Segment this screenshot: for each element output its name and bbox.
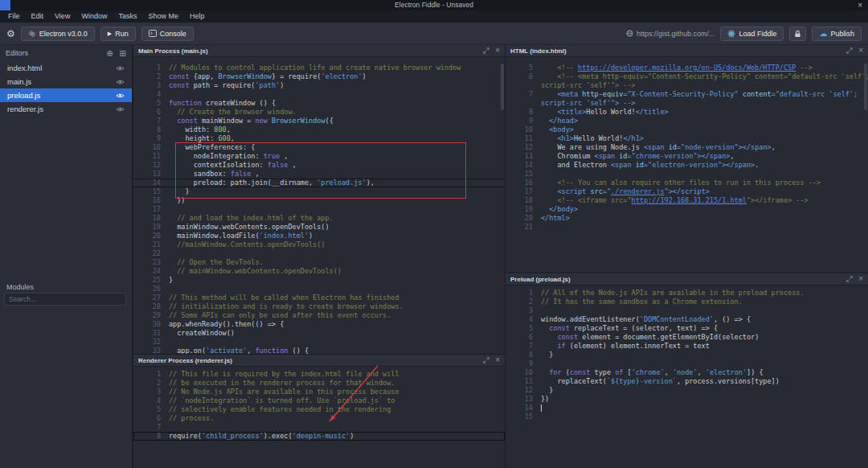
run-label: Run [115,30,129,38]
code-line: 8 <title>Hello World!</title> [506,108,868,117]
code-line: 29// Some APIs can only be used after th… [133,311,505,320]
menu-help[interactable]: Help [184,10,211,23]
code-line: 20</html> [506,214,868,223]
line-number: 12 [506,386,541,395]
code-area[interactable]: 1// This file is required by the index.h… [133,367,505,468]
close-panel-icon[interactable]: × [858,275,863,283]
line-number: 19 [133,223,169,232]
code-line: 15 [506,170,868,179]
settings-gear-icon[interactable]: ⚙ [6,29,15,39]
line-number: 31 [133,329,169,338]
line-number: 8 [506,351,541,359]
visibility-eye-icon[interactable] [116,79,125,85]
line-number: 4 [506,315,541,324]
publish-button[interactable]: ☁ Publish [812,27,862,41]
line-number: 11 [506,134,541,143]
scrollbar-thumb[interactable] [864,64,867,110]
code-line: 12 contextIsolation: false , [133,161,505,170]
close-panel-icon[interactable]: × [495,47,500,55]
code-line: 13}) [506,395,868,404]
menu-view[interactable]: View [49,10,76,23]
console-icon [149,30,157,37]
maximize-panel-icon[interactable] [846,47,853,54]
electron-version-selector[interactable]: Electron v3.0.0 [21,27,95,41]
menu-edit[interactable]: Edit [26,10,50,23]
menu-window[interactable]: Window [76,10,113,23]
editors-header: Editors ⊕ ⊞ [0,45,132,61]
close-panel-icon[interactable]: × [858,47,863,55]
code-line: 11 nodeIntegration: true , [133,152,505,161]
line-number: 4 [133,90,169,99]
code-area[interactable]: 5 <!-- https://developer.mozilla.org/en-… [506,57,868,273]
visibility-eye-icon[interactable] [116,92,125,99]
window-close-button[interactable]: × [858,0,862,10]
file-item-renderer.js[interactable]: renderer.js [0,102,132,116]
line-number: 8 [506,108,541,117]
code-line: 6 <!-- <meta http-equiv="Content-Securit… [506,72,868,81]
line-number: 6 [506,72,541,81]
line-number: 13 [133,170,169,179]
code-line: 28// initialization and is ready to crea… [133,302,505,311]
add-editor-icon[interactable]: ⊕ [100,49,113,58]
file-item-main.js[interactable]: main.js [0,75,132,88]
code-line: 4 [133,90,505,99]
load-fiddle-button[interactable]: Load Fiddle [720,27,784,41]
line-number: 10 [506,125,541,134]
line-number: 10 [506,368,541,377]
sidebar: Editors ⊕ ⊞ index.html main.js preload.j… [0,45,133,468]
code-line: 2// be executed in the renderer process … [133,379,505,388]
console-label: Console [160,30,186,38]
code-line: 10 webPreferences: { [133,143,505,152]
visibility-eye-icon[interactable] [116,106,125,113]
panel-actions: × [846,47,863,55]
panel-main: Main Process (main.js) × 1// Modules to … [133,45,505,354]
maximize-panel-icon[interactable] [483,47,489,54]
scrollbar-thumb[interactable] [501,64,504,110]
editors-heading: Editors [6,49,28,57]
line-number: 16 [133,196,169,205]
window-title: Electron Fiddle - Unsaved [0,1,868,9]
lock-button[interactable] [789,27,806,41]
console-button[interactable]: Console [141,27,194,41]
file-list: index.html main.js preload.js renderer.j… [0,61,132,116]
toolbar-right: https://gist.github.com/... Load Fiddle … [626,27,862,41]
line-number: 33 [133,347,169,354]
code-area[interactable]: 1// Modules to control application life … [133,57,505,354]
file-item-index.html[interactable]: index.html [0,61,132,75]
run-button[interactable]: ▶ Run [100,27,136,41]
code-line: 9 [506,359,868,368]
panel-header: Renderer Process (renderer.js) × [133,355,505,367]
line-number: 3 [133,81,169,90]
code-line: 5 const replaceText = (selector, text) =… [506,324,868,333]
line-number: 22 [133,249,169,258]
maximize-panel-icon[interactable] [483,357,489,363]
layout-grid-icon[interactable]: ⊞ [113,49,126,58]
line-number: 11 [506,377,541,386]
menu-tasks[interactable]: Tasks [113,10,142,23]
maximize-panel-icon[interactable] [846,276,853,282]
code-line: 11 <h1>Hello World!</h1> [506,134,868,143]
line-number: 14 [506,404,541,413]
code-line: 27// This method will be called when Ele… [133,294,505,302]
line-number: 13 [506,152,541,161]
code-area[interactable]: 1// All of the Node.js APIs are availabl… [506,285,868,468]
menu-show-me[interactable]: Show Me [142,10,184,23]
code-line: script-src 'self'"> --> [506,81,868,90]
toolbar: ⚙ Electron v3.0.0 ▶ Run Console https://… [0,23,868,45]
close-panel-icon[interactable]: × [495,356,500,364]
line-number: 6 [506,333,541,342]
panel-preload: Preload (preload.js) × 1// All of the No… [506,273,868,468]
line-number: 12 [133,161,169,170]
file-item-preload.js[interactable]: preload.js [0,88,132,102]
panel-title: Renderer Process (renderer.js) [138,357,232,364]
menu-file[interactable]: File [2,10,26,23]
code-line: 19 mainWindow.webContents.openDevTools() [133,223,505,232]
code-line: 22 [133,249,505,258]
line-number: 15 [506,170,541,179]
line-number: 2 [133,379,169,388]
gist-url[interactable]: https://gist.github.com/... [626,30,715,38]
module-search-input[interactable] [4,293,126,306]
line-number: 24 [133,267,169,276]
visibility-eye-icon[interactable] [116,65,125,72]
panel-actions: × [483,47,500,55]
